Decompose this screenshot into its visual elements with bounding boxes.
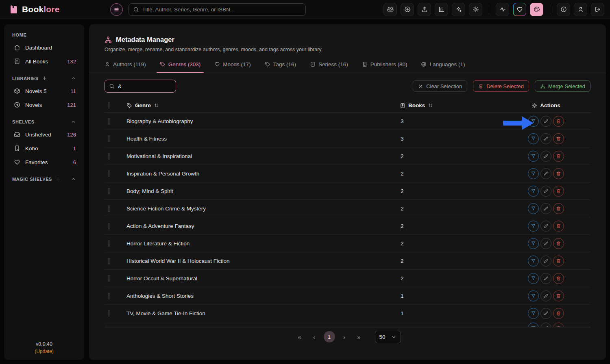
sort-icon[interactable] xyxy=(428,103,433,108)
logout-button[interactable] xyxy=(591,3,604,16)
filter-button[interactable] xyxy=(528,256,539,266)
row-checkbox[interactable] xyxy=(109,310,109,317)
row-checkbox[interactable] xyxy=(109,258,109,264)
tab-languages[interactable]: Languages (1) xyxy=(421,61,465,73)
filter-button[interactable] xyxy=(528,308,539,319)
account-button[interactable] xyxy=(574,3,587,16)
delete-button[interactable] xyxy=(553,256,564,266)
global-search-input[interactable] xyxy=(142,6,301,13)
tab-tags[interactable]: Tags (16) xyxy=(265,61,296,73)
filter-button[interactable] xyxy=(528,116,539,127)
genre-filter-input[interactable] xyxy=(118,83,172,89)
edit-button[interactable] xyxy=(540,203,551,214)
add-library-icon[interactable] xyxy=(42,76,47,81)
filter-button[interactable] xyxy=(528,168,539,179)
edit-button[interactable] xyxy=(540,116,551,127)
row-checkbox[interactable] xyxy=(109,240,109,247)
tab-authors[interactable]: Authors (119) xyxy=(105,61,146,73)
edit-button[interactable] xyxy=(540,238,551,249)
edit-button[interactable] xyxy=(540,151,551,162)
sidebar-item-novels-5[interactable]: Novels 5 11 xyxy=(10,85,78,97)
filter-button[interactable] xyxy=(528,151,539,162)
favorites-button[interactable] xyxy=(513,3,526,16)
row-checkbox[interactable] xyxy=(109,223,109,230)
filter-button[interactable] xyxy=(528,203,539,214)
select-all-checkbox[interactable] xyxy=(109,102,109,109)
tab-moods[interactable]: Moods (17) xyxy=(214,61,251,73)
delete-button[interactable] xyxy=(553,273,564,284)
edit-button[interactable] xyxy=(540,290,551,301)
filter-button[interactable] xyxy=(528,186,539,197)
delete-button[interactable] xyxy=(553,168,564,179)
row-checkbox[interactable] xyxy=(109,153,109,160)
row-checkbox[interactable] xyxy=(109,205,109,212)
sidebar-item-all-books[interactable]: All Books 132 xyxy=(10,55,78,67)
sidebar-item-favorites[interactable]: Favorites 6 xyxy=(10,156,78,168)
row-checkbox[interactable] xyxy=(109,118,109,125)
filter-button[interactable] xyxy=(528,323,539,327)
merge-selected-button[interactable]: Merge Selected xyxy=(535,80,590,92)
page-size-select[interactable]: 50 xyxy=(375,331,401,343)
edit-button[interactable] xyxy=(540,308,551,319)
next-page-button[interactable]: › xyxy=(339,332,350,342)
collapse-magic-shelves-icon[interactable] xyxy=(71,176,76,182)
activity-button[interactable] xyxy=(496,3,509,16)
delete-button[interactable] xyxy=(553,203,564,214)
filter-button[interactable] xyxy=(528,133,539,144)
sidebar-item-kobo[interactable]: Kobo 1 xyxy=(10,142,78,154)
delete-button[interactable] xyxy=(553,323,564,327)
sidebar-item-novels[interactable]: Novels 121 xyxy=(10,99,78,111)
upload-button[interactable] xyxy=(418,3,431,16)
ai-button[interactable] xyxy=(452,3,465,16)
app-logo[interactable]: Booklore xyxy=(9,4,60,14)
genre-column-header[interactable]: Genre xyxy=(126,102,400,108)
edit-button[interactable] xyxy=(540,273,551,284)
tab-genres[interactable]: Genres (303) xyxy=(160,61,201,73)
menu-button[interactable] xyxy=(110,3,123,16)
sort-icon[interactable] xyxy=(154,103,159,108)
inbox-button[interactable] xyxy=(383,3,397,16)
settings-button[interactable] xyxy=(469,3,482,16)
clear-selection-button[interactable]: Clear Selection xyxy=(413,80,467,92)
row-checkbox[interactable] xyxy=(109,135,109,142)
collapse-libraries-icon[interactable] xyxy=(71,76,76,81)
delete-button[interactable] xyxy=(553,151,564,162)
add-button[interactable] xyxy=(401,3,414,16)
add-magic-shelf-icon[interactable] xyxy=(55,176,61,182)
edit-button[interactable] xyxy=(540,186,551,197)
update-link[interactable]: (Update) xyxy=(10,349,78,354)
delete-button[interactable] xyxy=(553,238,564,249)
row-checkbox[interactable] xyxy=(109,170,109,177)
last-page-button[interactable]: » xyxy=(354,332,364,342)
books-column-header[interactable]: Books xyxy=(400,102,501,108)
delete-button[interactable] xyxy=(553,221,564,232)
edit-button[interactable] xyxy=(540,323,551,327)
collapse-shelves-icon[interactable] xyxy=(71,119,76,124)
tab-seriess[interactable]: Seriess (16) xyxy=(310,61,348,73)
filter-button[interactable] xyxy=(528,221,539,232)
filter-button[interactable] xyxy=(528,238,539,249)
delete-button[interactable] xyxy=(553,116,564,127)
row-checkbox[interactable] xyxy=(109,292,109,299)
info-button[interactable] xyxy=(557,3,570,16)
delete-button[interactable] xyxy=(553,290,564,301)
edit-button[interactable] xyxy=(540,133,551,144)
tab-publishers[interactable]: Publishers (80) xyxy=(362,61,407,73)
delete-button[interactable] xyxy=(553,308,564,319)
filter-button[interactable] xyxy=(528,290,539,301)
delete-button[interactable] xyxy=(553,186,564,197)
delete-selected-button[interactable]: Delete Selected xyxy=(473,80,529,92)
current-page-indicator[interactable]: 1 xyxy=(324,331,335,342)
prev-page-button[interactable]: ‹ xyxy=(309,332,320,342)
edit-button[interactable] xyxy=(540,168,551,179)
first-page-button[interactable]: « xyxy=(294,332,305,342)
sidebar-item-unshelved[interactable]: Unshelved 126 xyxy=(10,128,78,141)
delete-button[interactable] xyxy=(553,133,564,144)
row-checkbox[interactable] xyxy=(109,275,109,282)
sidebar-item-dashboard[interactable]: Dashboard xyxy=(10,41,78,54)
edit-button[interactable] xyxy=(540,256,551,266)
edit-button[interactable] xyxy=(540,221,551,232)
stats-button[interactable] xyxy=(435,3,448,16)
filter-button[interactable] xyxy=(528,273,539,284)
theme-button[interactable] xyxy=(530,3,543,16)
